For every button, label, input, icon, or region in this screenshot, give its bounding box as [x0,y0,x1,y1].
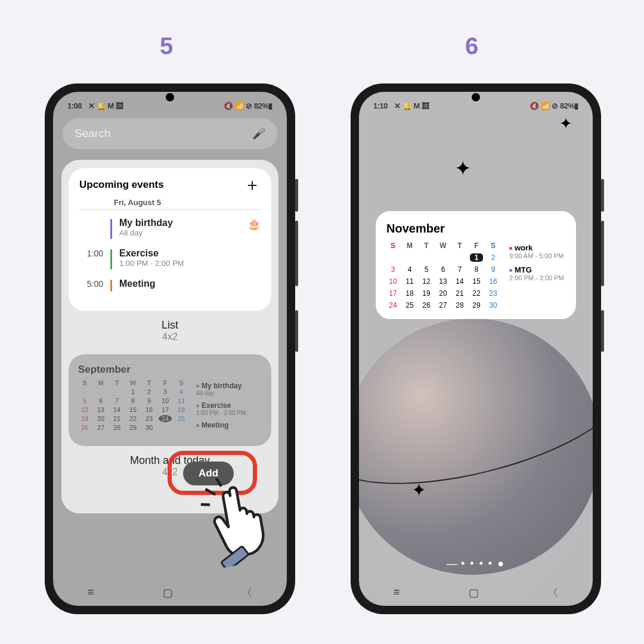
event-row[interactable]: 1:00 Exercise 1:00 PM - 2:00 PM [79,245,261,275]
side-button [601,221,604,286]
back-button[interactable]: 〈 [547,586,558,600]
side-button [295,310,298,352]
phone-frame-right: 1:10 ✕ 🔔 M 🖾 🔇 📶 ⊘ 82%▮ ✦ ✦ ✦ November S… [351,83,601,614]
today-events: work9:00 AM - 5:00 PMMTG2:00 PM - 3:00 P… [509,222,564,309]
home-button[interactable]: ▢ [163,586,173,599]
side-button [295,179,298,212]
svg-line-3 [201,503,210,506]
widget-upcoming-events[interactable]: Upcoming events ＋ Fri, August 5 My birth… [69,168,271,311]
step-number-5: 5 [160,33,173,60]
agenda-item[interactable]: MTG2:00 PM - 3:00 PM [509,265,564,281]
widget-month-today-preview[interactable]: September SMTWTFS12345678910111213141516… [69,354,271,446]
widget-size: 4x2 [69,332,271,342]
month-label: November [386,222,500,236]
camera-hole [166,93,174,101]
svg-line-2 [216,478,222,487]
search-input[interactable]: Search 🎤 [63,118,277,149]
camera-hole [472,93,480,101]
pointing-hand-icon [195,466,287,570]
clock: 1:10 [373,101,388,110]
recents-button[interactable]: ≡ [88,586,94,599]
sparkle-icon: ✦ [454,156,471,180]
add-event-button[interactable]: ＋ [244,179,261,191]
calendar-widget[interactable]: November SMTWTFS123456789101112131415161… [376,211,576,319]
status-icons-right: 🔇 📶 ⊘ 82%▮ [224,101,273,110]
page-indicator[interactable]: —• • • • ● [359,558,593,570]
sparkle-icon: ✦ [559,114,572,133]
event-list: My birthday🎂 All day1:00 Exercise 1:00 P… [79,215,261,298]
upcoming-date: Fri, August 5 [114,198,161,207]
upcoming-title: Upcoming events [79,179,164,191]
screen-widget-picker: 1:08 ✕ 🔔 M 🖾 🔇 📶 ⊘ 82%▮ Search 🎤 Upcomin… [53,92,287,606]
calendar-grid[interactable]: SMTWTFS123456789101112131415161718192021… [386,242,500,309]
side-button [601,179,604,212]
side-button [601,310,604,352]
home-button[interactable]: ▢ [469,586,479,599]
agenda-item[interactable]: work9:00 AM - 5:00 PM [509,243,564,259]
widget-name: List [69,319,271,332]
side-button [295,221,298,286]
status-icons-right: 🔇 📶 ⊘ 82%▮ [530,101,578,110]
back-button[interactable]: 〈 [242,586,252,600]
selection-dim [69,354,271,446]
widget-label-list: List 4x2 [69,319,271,342]
nav-bar: ≡ ▢ 〈 [53,579,287,606]
sparkle-icon: ✦ [411,479,426,500]
search-placeholder: Search [75,127,110,140]
status-icons-left: ✕ 🔔 M 🖾 [88,101,123,110]
nav-bar: ≡ ▢ 〈 [359,579,593,606]
home-screen[interactable]: 1:10 ✕ 🔔 M 🖾 🔇 📶 ⊘ 82%▮ ✦ ✦ ✦ November S… [359,92,593,606]
phone-frame-left: 1:08 ✕ 🔔 M 🖾 🔇 📶 ⊘ 82%▮ Search 🎤 Upcomin… [45,83,295,614]
svg-line-1 [205,488,215,496]
step-number-6: 6 [465,33,478,60]
recents-button[interactable]: ≡ [394,586,400,599]
status-icons-left: ✕ 🔔 M 🖾 [394,101,429,110]
mic-icon[interactable]: 🎤 [252,127,265,140]
event-row[interactable]: My birthday🎂 All day [79,215,261,245]
event-row[interactable]: 5:00 Meeting [79,275,261,298]
clock: 1:08 [67,101,82,110]
